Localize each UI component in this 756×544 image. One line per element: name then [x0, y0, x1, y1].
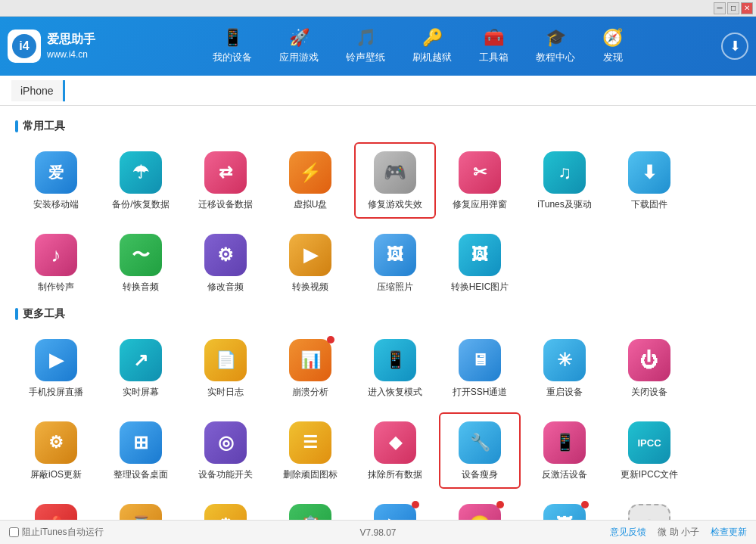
tool-label-修复应用弹窗: 修复应用弹窗 [453, 198, 507, 211]
itunes-checkbox-label[interactable]: 阻止iTunes自动运行 [9, 526, 104, 539]
tool-item-设备瘦身[interactable]: 🔧设备瘦身 [439, 412, 521, 489]
tool-item-重启设备[interactable]: ✳重启设备 [524, 330, 605, 406]
tool-item-关闭设备[interactable]: ⏻关闭设备 [608, 330, 690, 406]
tool-item-转换HEIC图片[interactable]: 🖼转换HEIC图片 [439, 225, 521, 301]
feedback-link[interactable]: 意见反馈 [610, 526, 646, 539]
nav-label-toolbox: 工具箱 [479, 51, 509, 64]
tool-label-崩溃分析: 崩溃分析 [292, 386, 328, 399]
tool-label-压缩照片: 压缩照片 [377, 281, 413, 294]
nav-item-tutorial[interactable]: 🎓教程中心 [522, 22, 589, 70]
tools-grid-4: 📍虚拟定位⏳破解时间限额⚙跳过设置向导📋备份引导区数据▶爱思播放器😊表情制作🖼图… [15, 495, 741, 520]
tool-icon-备份引导区数据: 📋 [289, 504, 331, 520]
title-bar: ─ □ ✕ [0, 0, 756, 17]
tool-item-编辑[interactable]: +编辑 [608, 495, 690, 520]
tool-label-转换视频: 转换视频 [292, 281, 328, 294]
tool-icon-手机投屏直播: ▶ [35, 339, 77, 381]
tool-item-整理设备桌面[interactable]: ⊞整理设备桌面 [100, 412, 182, 489]
tool-item-实时日志[interactable]: 📄实时日志 [185, 330, 266, 406]
tool-label-下载固件: 下载固件 [631, 198, 667, 211]
tool-label-重启设备: 重启设备 [546, 386, 583, 399]
tool-label-设备瘦身: 设备瘦身 [462, 468, 498, 481]
tool-item-安装移动端[interactable]: 爱安装移动端 [15, 142, 97, 219]
tool-item-实时屏幕[interactable]: ↗实时屏幕 [100, 330, 182, 406]
tool-item-下载固件[interactable]: ⬇下载固件 [608, 142, 690, 219]
tool-item-压缩照片[interactable]: 🖼压缩照片 [354, 225, 436, 301]
tool-item-手机投屏直播[interactable]: ▶手机投屏直播 [15, 330, 97, 406]
tools-grid-1: ♪制作铃声〜转换音频⚙修改音频▶转换视频🖼压缩照片🖼转换HEIC图片 [15, 225, 741, 301]
tool-label-迁移设备数据: 迁移设备数据 [198, 198, 253, 211]
tool-icon-修复游戏失效: 🎮 [374, 151, 416, 194]
tool-label-转换音频: 转换音频 [123, 281, 159, 294]
close-button[interactable]: ✕ [741, 2, 753, 14]
tool-item-进入恢复模式[interactable]: 📱进入恢复模式 [354, 330, 436, 406]
tool-item-iTunes及驱动[interactable]: ♫iTunes及驱动 [524, 142, 605, 219]
tool-item-备份-恢复数据[interactable]: ☂备份/恢复数据 [100, 142, 182, 219]
tool-item-制作铃声[interactable]: ♪制作铃声 [15, 225, 97, 301]
tool-item-破解时间限额[interactable]: ⏳破解时间限额 [100, 495, 182, 520]
nav-item-my-device[interactable]: 📱我的设备 [199, 22, 266, 70]
tool-label-虚拟U盘: 虚拟U盘 [294, 198, 328, 211]
nav-icon-apps-games: 🚀 [289, 28, 310, 48]
tool-item-更新IPCC文件[interactable]: IPCC更新IPCC文件 [608, 412, 690, 489]
nav-item-apps-games[interactable]: 🚀应用游戏 [266, 22, 332, 70]
header: i4 爱思助手 www.i4.cn 📱我的设备🚀应用游戏🎵铃声壁纸🔑刷机越狱🧰工… [0, 17, 756, 76]
itunes-checkbox[interactable] [9, 527, 19, 537]
tools-grid-0: 爱安装移动端☂备份/恢复数据⇄迁移设备数据⚡虚拟U盘🎮修复游戏失效✂修复应用弹窗… [15, 142, 741, 219]
tool-item-设备功能开关[interactable]: ◎设备功能开关 [185, 412, 266, 489]
nav-right: ⬇ [711, 33, 748, 60]
tool-label-iTunes及驱动: iTunes及驱动 [537, 198, 592, 211]
tool-item-备份引导区数据[interactable]: 📋备份引导区数据 [269, 495, 351, 520]
tool-item-迁移设备数据[interactable]: ⇄迁移设备数据 [185, 142, 266, 219]
user-name: 微 助 小子 [658, 526, 699, 539]
tool-item-转换视频[interactable]: ▶转换视频 [269, 225, 351, 301]
minimize-button[interactable]: ─ [714, 2, 726, 14]
maximize-button[interactable]: □ [727, 2, 739, 14]
device-bar: iPhone [0, 76, 756, 106]
check-update-link[interactable]: 检查更新 [711, 526, 747, 539]
tool-icon-修改音频: ⚙ [204, 234, 247, 276]
tool-icon-打开SSH通道: 🖥 [459, 339, 501, 381]
tool-icon-爱思播放器: ▶ [374, 504, 416, 520]
tool-item-表情制作[interactable]: 😊表情制作 [439, 495, 521, 520]
section-title-0: 常用工具 [15, 120, 741, 133]
nav-item-toolbox[interactable]: 🧰工具箱 [465, 22, 522, 70]
nav-icon-tutorial: 🎓 [546, 28, 566, 48]
tool-label-修改音频: 修改音频 [207, 281, 244, 294]
logo-text: 爱思助手 www.i4.cn [47, 31, 95, 61]
tool-label-实时屏幕: 实时屏幕 [123, 386, 159, 399]
nav-icon-jailbreak: 🔑 [422, 28, 443, 48]
tool-item-崩溃分析[interactable]: 📊崩溃分析 [269, 330, 351, 406]
tool-label-删除顽固图标: 删除顽固图标 [283, 468, 338, 481]
tool-item-修改音频[interactable]: ⚙修改音频 [185, 225, 266, 301]
tool-icon-编辑: + [628, 504, 670, 520]
tool-icon-进入恢复模式: 📱 [374, 339, 416, 381]
tool-item-转换音频[interactable]: 〜转换音频 [100, 225, 182, 301]
nav-item-ringtone[interactable]: 🎵铃声壁纸 [332, 22, 399, 70]
nav-icon-ringtone: 🎵 [356, 28, 376, 48]
tool-item-爱思播放器[interactable]: ▶爱思播放器 [354, 495, 436, 520]
tools-grid-3: ⚙屏蔽iOS更新⊞整理设备桌面◎设备功能开关☰删除顽固图标◆抹除所有数据🔧设备瘦… [15, 412, 741, 489]
tool-item-修复应用弹窗[interactable]: ✂修复应用弹窗 [439, 142, 521, 219]
tool-icon-破解时间限额: ⏳ [120, 504, 162, 520]
tool-item-修复游戏失效[interactable]: 🎮修复游戏失效 [354, 142, 436, 219]
tool-label-抹除所有数据: 抹除所有数据 [368, 468, 422, 481]
tool-icon-重启设备: ✳ [543, 339, 586, 381]
tool-item-删除顽固图标[interactable]: ☰删除顽固图标 [269, 412, 351, 489]
tool-item-抹除所有数据[interactable]: ◆抹除所有数据 [354, 412, 436, 489]
tool-item-反激活设备[interactable]: 📱反激活设备 [524, 412, 605, 489]
tool-item-虚拟定位[interactable]: 📍虚拟定位 [15, 495, 97, 520]
nav-label-ringtone: 铃声壁纸 [346, 51, 385, 64]
tool-item-跳过设置向导[interactable]: ⚙跳过设置向导 [185, 495, 266, 520]
tool-icon-设备功能开关: ◎ [204, 421, 247, 464]
tool-item-虚拟U盘[interactable]: ⚡虚拟U盘 [269, 142, 351, 219]
nav-item-discover[interactable]: 🧭发现 [589, 22, 636, 70]
nav-item-jailbreak[interactable]: 🔑刷机越狱 [399, 22, 465, 70]
download-button[interactable]: ⬇ [721, 33, 748, 60]
tool-label-屏蔽iOS更新: 屏蔽iOS更新 [30, 468, 82, 481]
tool-item-打开SSH通道[interactable]: 🖥打开SSH通道 [439, 330, 521, 406]
tool-icon-反激活设备: 📱 [543, 421, 586, 464]
tool-item-图片去重[interactable]: 🖼图片去重 [524, 495, 605, 520]
tool-item-屏蔽iOS更新[interactable]: ⚙屏蔽iOS更新 [15, 412, 97, 489]
tool-icon-表情制作: 😊 [459, 504, 501, 520]
tool-icon-虚拟定位: 📍 [35, 504, 77, 520]
